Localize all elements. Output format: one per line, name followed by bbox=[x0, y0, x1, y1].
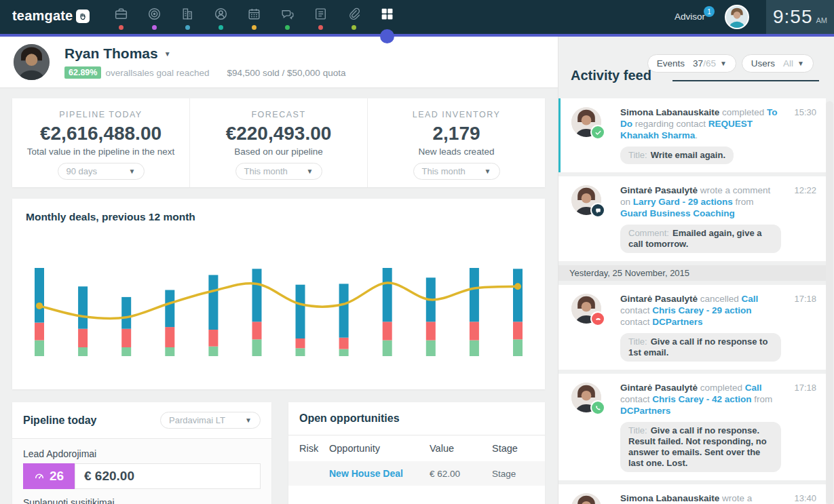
bar-segment[interactable] bbox=[121, 329, 131, 347]
bar-segment[interactable] bbox=[383, 341, 392, 356]
events-count: 37 bbox=[693, 58, 703, 69]
nav-item-tasks[interactable] bbox=[304, 0, 337, 34]
bar-segment[interactable] bbox=[165, 327, 174, 347]
notification-badge: 1 bbox=[704, 6, 715, 17]
pipeline-today-card: Pipeline today Pardavimai LT▼ Lead Apdor… bbox=[12, 402, 271, 504]
bar-segment[interactable] bbox=[339, 349, 349, 356]
bar-segment[interactable] bbox=[339, 284, 349, 337]
feed-text-link[interactable]: DCPartners bbox=[652, 317, 702, 327]
activity-note-pill: Comment:Emailed again, give a call tomor… bbox=[620, 225, 781, 253]
bar-segment[interactable] bbox=[339, 338, 349, 349]
bar-segment[interactable] bbox=[208, 330, 218, 347]
bar-segment[interactable] bbox=[35, 323, 44, 341]
clock-panel: 9:55 AM bbox=[766, 0, 834, 34]
pipeline-filter-select[interactable]: Pardavimai LT▼ bbox=[160, 412, 261, 429]
period-select[interactable]: This month▼ bbox=[235, 163, 322, 180]
title-underline bbox=[672, 80, 819, 81]
stage-value: € 620.00 bbox=[75, 463, 261, 489]
opportunities-table-header: Risk Opportunity Value Stage bbox=[288, 435, 545, 461]
bar-segment[interactable] bbox=[426, 322, 436, 340]
activity-feed-title: Activity feed bbox=[571, 68, 651, 83]
bar-segment[interactable] bbox=[78, 286, 88, 328]
chevron-down-icon: ▼ bbox=[485, 168, 491, 175]
nav-item-chats[interactable] bbox=[271, 0, 304, 34]
feed-item-time: 17:18 bbox=[794, 294, 816, 304]
stat-label: LEAD INVENTORY bbox=[413, 110, 501, 119]
bar-segment[interactable] bbox=[513, 322, 523, 339]
feed-text-link[interactable]: Guard Business Coaching bbox=[620, 208, 735, 218]
users-filter-select[interactable]: Users All ▼ bbox=[742, 54, 814, 73]
bar-segment[interactable] bbox=[252, 339, 262, 356]
feed-text-link[interactable]: Larry Gard - 29 actions bbox=[633, 197, 733, 207]
feed-text-gray: contact bbox=[620, 394, 652, 404]
period-select[interactable]: 90 days▼ bbox=[58, 163, 145, 180]
nav-item-files[interactable] bbox=[337, 0, 371, 34]
bar-segment[interactable] bbox=[208, 347, 218, 356]
nav-item-companies[interactable] bbox=[171, 0, 204, 34]
bar-segment[interactable] bbox=[513, 339, 523, 356]
dashboard-grid-icon bbox=[379, 6, 395, 22]
feed-item: Simona Labanauskaite completed To Do reg… bbox=[558, 98, 826, 172]
pipeline-stage-row[interactable]: 26 € 620.00 bbox=[23, 463, 261, 489]
bar-segment[interactable] bbox=[35, 341, 44, 356]
bar-segment[interactable] bbox=[383, 322, 392, 340]
users-filter-value: All bbox=[783, 58, 793, 69]
feed-text-link[interactable]: Call bbox=[745, 383, 762, 393]
nav-item-calendar[interactable] bbox=[238, 0, 271, 34]
bar-segment[interactable] bbox=[252, 269, 262, 322]
bar-segment[interactable] bbox=[296, 348, 305, 356]
period-select-value: 90 days bbox=[67, 166, 98, 176]
nav-item-goals[interactable] bbox=[138, 0, 171, 34]
chevron-down-icon[interactable]: ▼ bbox=[164, 50, 171, 58]
bar-segment[interactable] bbox=[426, 341, 436, 356]
chevron-down-icon: ▼ bbox=[129, 168, 136, 175]
bar-segment[interactable] bbox=[513, 269, 523, 322]
briefcase-icon bbox=[113, 6, 129, 22]
stat-forecast: FORECAST €220,493.00 Based on our pipeli… bbox=[190, 98, 368, 187]
profile-avatar[interactable] bbox=[14, 44, 50, 80]
period-select[interactable]: This month▼ bbox=[413, 163, 500, 180]
feed-scrollbar[interactable] bbox=[826, 101, 833, 504]
chat-icon bbox=[280, 6, 295, 22]
feed-text-link[interactable]: Chris Carey - 42 action bbox=[652, 394, 751, 404]
activity-note-pill: Title:Write email again. bbox=[620, 147, 734, 164]
bar-segment[interactable] bbox=[78, 329, 88, 347]
bar-segment[interactable] bbox=[296, 338, 305, 348]
card-title: Pipeline today bbox=[23, 414, 96, 427]
bar-segment[interactable] bbox=[383, 268, 392, 322]
bar-segment[interactable] bbox=[252, 322, 262, 339]
advisor-menu[interactable]: Advisor 1 bbox=[675, 12, 705, 22]
feed-text-link[interactable]: Call bbox=[742, 294, 759, 304]
bar-segment[interactable] bbox=[470, 341, 479, 356]
activity-feed-panel: Events 37 /65 ▼ Users All ▼ Activity fee… bbox=[558, 37, 834, 504]
stage-label: Lead Apdorojimai bbox=[23, 448, 261, 459]
bar-segment[interactable] bbox=[121, 347, 131, 356]
bar-segment[interactable] bbox=[35, 268, 44, 323]
card-title: Open opportunities bbox=[299, 412, 400, 424]
stage-count: 26 bbox=[50, 469, 64, 484]
advisor-label: Advisor bbox=[675, 12, 705, 22]
feed-item: Gintarė Pasaulytė completed Call contact… bbox=[558, 374, 826, 480]
bar-segment[interactable] bbox=[470, 322, 479, 340]
feed-text-link[interactable]: DCPartners bbox=[620, 406, 670, 416]
nav-item-contacts[interactable] bbox=[204, 0, 238, 34]
stat-pipeline-today: PIPELINE TODAY €2,616,488.00 Total value… bbox=[12, 98, 190, 187]
bar-segment[interactable] bbox=[165, 290, 174, 328]
user-avatar[interactable] bbox=[725, 5, 749, 29]
bar-segment[interactable] bbox=[121, 297, 131, 329]
logo-text: teamgate bbox=[12, 8, 73, 24]
teamgate-logo[interactable]: teamgate bbox=[12, 8, 90, 24]
feed-text-name: Gintarė Pasaulytė bbox=[620, 185, 698, 195]
feed-text-link[interactable]: Chris Carey - 29 action bbox=[652, 305, 751, 315]
bar-segment[interactable] bbox=[296, 285, 305, 338]
bar-segment[interactable] bbox=[165, 347, 174, 356]
bar-segment[interactable] bbox=[78, 347, 88, 356]
events-filter-select[interactable]: Events 37 /65 ▼ bbox=[647, 54, 736, 73]
note-label: Title: bbox=[628, 336, 647, 347]
col-header-opportunity: Opportunity bbox=[329, 443, 430, 454]
nav-item-deals[interactable] bbox=[105, 0, 138, 34]
bar-segment[interactable] bbox=[470, 268, 479, 322]
feed-items: Simona Labanauskaite completed To Do reg… bbox=[558, 95, 834, 504]
bar-segment[interactable] bbox=[208, 275, 218, 330]
opportunity-link[interactable]: New House Deal bbox=[329, 468, 403, 479]
